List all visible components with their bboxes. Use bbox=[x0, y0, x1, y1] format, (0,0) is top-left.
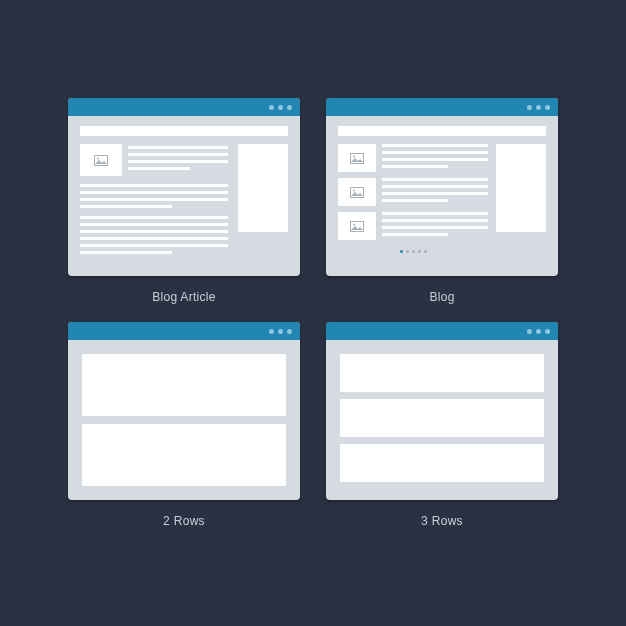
svg-point-3 bbox=[353, 155, 355, 157]
pagination-dots bbox=[338, 250, 488, 253]
text-line bbox=[80, 223, 228, 226]
window-frame bbox=[68, 98, 300, 276]
text-line bbox=[382, 178, 488, 181]
text-line bbox=[382, 151, 488, 154]
window-control-dot bbox=[545, 329, 550, 334]
text-line bbox=[382, 219, 488, 222]
sidebar-placeholder bbox=[238, 144, 288, 232]
text-line bbox=[382, 233, 448, 236]
text-line bbox=[128, 153, 228, 156]
picture-icon bbox=[350, 153, 364, 164]
text-line bbox=[80, 205, 172, 208]
window-control-dot bbox=[527, 329, 532, 334]
picture-icon bbox=[350, 221, 364, 232]
window-control-dot bbox=[527, 105, 532, 110]
window-titlebar bbox=[68, 98, 300, 116]
page-dot bbox=[424, 250, 427, 253]
text-line bbox=[382, 199, 448, 202]
header-placeholder bbox=[80, 126, 288, 136]
text-line bbox=[80, 230, 228, 233]
image-placeholder-icon bbox=[338, 144, 376, 172]
svg-point-5 bbox=[353, 189, 355, 191]
window-control-dot bbox=[545, 105, 550, 110]
window-titlebar bbox=[68, 322, 300, 340]
page-dot bbox=[406, 250, 409, 253]
window-control-dot bbox=[536, 105, 541, 110]
window-control-dot bbox=[278, 329, 283, 334]
text-line bbox=[80, 251, 172, 254]
svg-point-1 bbox=[97, 157, 99, 159]
text-line bbox=[128, 160, 228, 163]
template-label: Blog bbox=[429, 290, 454, 304]
image-placeholder-icon bbox=[338, 212, 376, 240]
window-titlebar bbox=[326, 98, 558, 116]
window-control-dot bbox=[536, 329, 541, 334]
template-blog-article: Blog Article bbox=[68, 98, 300, 304]
page-dot bbox=[412, 250, 415, 253]
text-line bbox=[382, 212, 488, 215]
row-placeholder bbox=[340, 444, 544, 482]
row-placeholder bbox=[82, 424, 286, 486]
text-line bbox=[382, 144, 488, 147]
window-content bbox=[68, 116, 300, 276]
text-line bbox=[80, 198, 228, 201]
template-2-rows: 2 Rows bbox=[68, 322, 300, 528]
row-placeholder bbox=[82, 354, 286, 416]
window-control-dot bbox=[269, 329, 274, 334]
header-placeholder bbox=[338, 126, 546, 136]
template-label: Blog Article bbox=[152, 290, 216, 304]
text-line bbox=[80, 216, 228, 219]
window-frame bbox=[326, 322, 558, 500]
text-line bbox=[80, 191, 228, 194]
text-line bbox=[382, 192, 488, 195]
window-content bbox=[326, 340, 558, 500]
text-line bbox=[382, 185, 488, 188]
row-placeholder bbox=[340, 399, 544, 437]
picture-icon bbox=[94, 155, 108, 166]
window-control-dot bbox=[278, 105, 283, 110]
window-content bbox=[326, 116, 558, 276]
text-line bbox=[382, 226, 488, 229]
template-label: 3 Rows bbox=[421, 514, 463, 528]
svg-point-7 bbox=[353, 223, 355, 225]
text-line bbox=[80, 244, 228, 247]
image-placeholder-icon bbox=[338, 178, 376, 206]
text-line bbox=[382, 165, 448, 168]
window-frame bbox=[68, 322, 300, 500]
text-line bbox=[128, 146, 228, 149]
page-dot bbox=[400, 250, 403, 253]
template-3-rows: 3 Rows bbox=[326, 322, 558, 528]
window-control-dot bbox=[287, 105, 292, 110]
text-line bbox=[382, 158, 488, 161]
picture-icon bbox=[350, 187, 364, 198]
window-control-dot bbox=[269, 105, 274, 110]
template-blog: Blog bbox=[326, 98, 558, 304]
window-content bbox=[68, 340, 300, 500]
text-line bbox=[128, 167, 190, 170]
window-titlebar bbox=[326, 322, 558, 340]
text-line bbox=[80, 237, 228, 240]
image-placeholder-icon bbox=[80, 144, 122, 176]
page-dot bbox=[418, 250, 421, 253]
window-control-dot bbox=[287, 329, 292, 334]
row-placeholder bbox=[340, 354, 544, 392]
template-label: 2 Rows bbox=[163, 514, 205, 528]
sidebar-placeholder bbox=[496, 144, 546, 232]
window-frame bbox=[326, 98, 558, 276]
text-line bbox=[80, 184, 228, 187]
